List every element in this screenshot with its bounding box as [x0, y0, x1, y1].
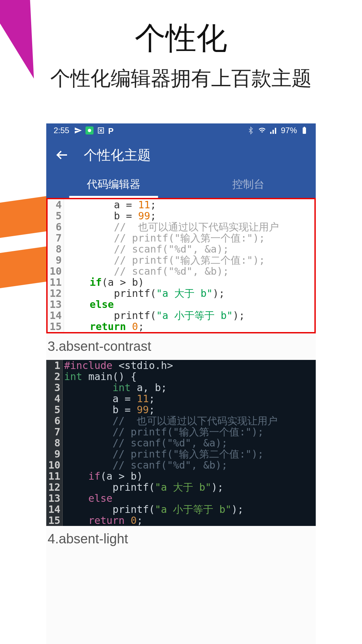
signal-icon [269, 126, 278, 135]
svg-rect-2 [304, 127, 305, 127]
code-dark: #include <stdio.h>int main() { int a, b;… [63, 360, 278, 526]
theme-preview-light[interactable]: 456789101112131415 a = 11; b = 99; // 也可… [46, 198, 316, 333]
p-icon: P [108, 126, 116, 135]
theme-label-4: 4.absent-light [46, 526, 316, 552]
svg-rect-1 [303, 127, 306, 134]
status-icons-right: 97% [247, 126, 308, 135]
wifi-icon [258, 126, 266, 135]
decoration-bar-orange-2 [0, 246, 50, 289]
theme-preview-dark[interactable]: 123456789101112131415 #include <stdio.h>… [46, 360, 316, 526]
appbar-title: 个性化主题 [84, 146, 151, 164]
decoration-triangle-magenta [0, 0, 37, 83]
tab-code-editor[interactable]: 代码编辑器 [46, 172, 181, 198]
back-icon[interactable] [56, 149, 68, 161]
status-time: 2:55 [54, 126, 69, 135]
bluetooth-icon [247, 126, 255, 135]
code-light: a = 11; b = 99; // 也可以通过以下代码实现让用户 // pri… [64, 199, 279, 332]
page-title: 个性化 [0, 17, 362, 59]
gutter-light: 456789101112131415 [48, 199, 64, 332]
decoration-bar-orange-1 [0, 196, 50, 239]
status-icons-left: P [74, 126, 116, 135]
status-bar: 2:55 P 97% [46, 123, 316, 138]
camera-icon [85, 126, 94, 135]
app-bar: 个性化主题 [46, 138, 316, 172]
battery-icon [300, 126, 308, 135]
phone-frame: 2:55 P 97% [46, 123, 316, 644]
tab-console[interactable]: 控制台 [181, 172, 316, 198]
battery-percent: 97% [281, 126, 297, 135]
gutter-dark: 123456789101112131415 [46, 360, 63, 526]
tabs: 代码编辑器 控制台 [46, 172, 316, 198]
box-icon [97, 126, 105, 135]
send-icon [74, 126, 82, 135]
theme-label-3: 3.absent-contrast [46, 333, 316, 360]
page-subtitle: 个性化编辑器拥有上百款主题 [0, 65, 362, 92]
